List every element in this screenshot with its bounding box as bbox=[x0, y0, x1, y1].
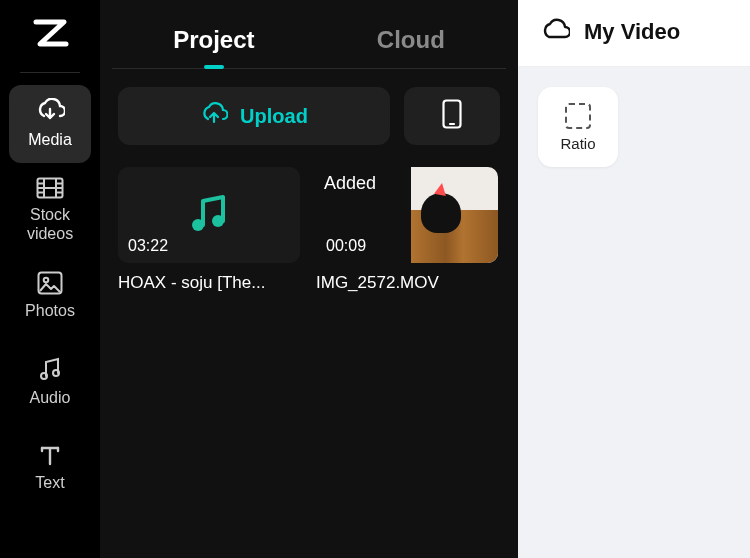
sidebar-item-label: Text bbox=[35, 473, 64, 492]
phone-icon bbox=[442, 99, 462, 133]
ratio-icon bbox=[565, 103, 591, 129]
tab-cloud[interactable]: Cloud bbox=[367, 22, 455, 68]
svg-point-9 bbox=[44, 278, 49, 283]
right-header: My Video bbox=[518, 0, 750, 67]
cloud-download-icon bbox=[35, 98, 65, 124]
device-button[interactable] bbox=[404, 87, 500, 145]
sidebar-item-label: Media bbox=[28, 130, 72, 149]
action-row: Upload bbox=[112, 87, 506, 145]
sidebar-item-label: Photos bbox=[25, 301, 75, 320]
media-caption: HOAX - soju [The... bbox=[118, 273, 300, 293]
added-badge: Added bbox=[324, 173, 376, 194]
text-icon bbox=[38, 443, 62, 467]
music-note-icon bbox=[185, 189, 233, 241]
media-item-video[interactable]: Added 00:09 IMG_2572.MOV bbox=[316, 167, 498, 293]
sidebar-item-text[interactable]: Text bbox=[9, 429, 91, 507]
cloud-upload-icon bbox=[200, 102, 228, 131]
sidebar-item-media[interactable]: Media bbox=[9, 85, 91, 163]
svg-point-15 bbox=[212, 215, 224, 227]
divider bbox=[20, 72, 80, 73]
sidebar-item-photos[interactable]: Photos bbox=[9, 257, 91, 335]
svg-point-10 bbox=[41, 373, 47, 379]
left-sidebar: Media Stock videos Photos Audio Text bbox=[0, 0, 100, 558]
media-item-audio[interactable]: 03:22 HOAX - soju [The... bbox=[118, 167, 300, 293]
cloud-icon bbox=[540, 18, 570, 46]
media-panel: Project Cloud Upload 03:22 HOAX - soju [… bbox=[100, 0, 518, 558]
duration-label: 03:22 bbox=[128, 237, 168, 255]
sidebar-item-label: Audio bbox=[30, 388, 71, 407]
upload-button[interactable]: Upload bbox=[118, 87, 390, 145]
sidebar-item-label: Stock videos bbox=[11, 205, 89, 243]
media-grid: 03:22 HOAX - soju [The... Added 00:09 IM… bbox=[112, 167, 506, 293]
media-thumbnail: Added 00:09 bbox=[316, 167, 498, 263]
upload-label: Upload bbox=[240, 105, 308, 128]
right-panel: My Video Ratio bbox=[518, 0, 750, 558]
sidebar-item-audio[interactable]: Audio bbox=[9, 343, 91, 421]
ratio-label: Ratio bbox=[560, 135, 595, 152]
svg-point-11 bbox=[53, 370, 59, 376]
image-icon bbox=[37, 271, 63, 295]
media-caption: IMG_2572.MOV bbox=[316, 273, 498, 293]
media-tabs: Project Cloud bbox=[112, 0, 506, 69]
film-icon bbox=[36, 177, 64, 199]
svg-point-14 bbox=[192, 219, 204, 231]
ratio-button[interactable]: Ratio bbox=[538, 87, 618, 167]
right-body: Ratio bbox=[518, 67, 750, 558]
app-logo bbox=[30, 18, 70, 52]
music-icon bbox=[38, 356, 62, 382]
tab-project[interactable]: Project bbox=[163, 22, 264, 68]
sidebar-item-stock-videos[interactable]: Stock videos bbox=[9, 171, 91, 249]
duration-label: 00:09 bbox=[326, 237, 366, 255]
media-thumbnail: 03:22 bbox=[118, 167, 300, 263]
project-title: My Video bbox=[584, 19, 680, 45]
